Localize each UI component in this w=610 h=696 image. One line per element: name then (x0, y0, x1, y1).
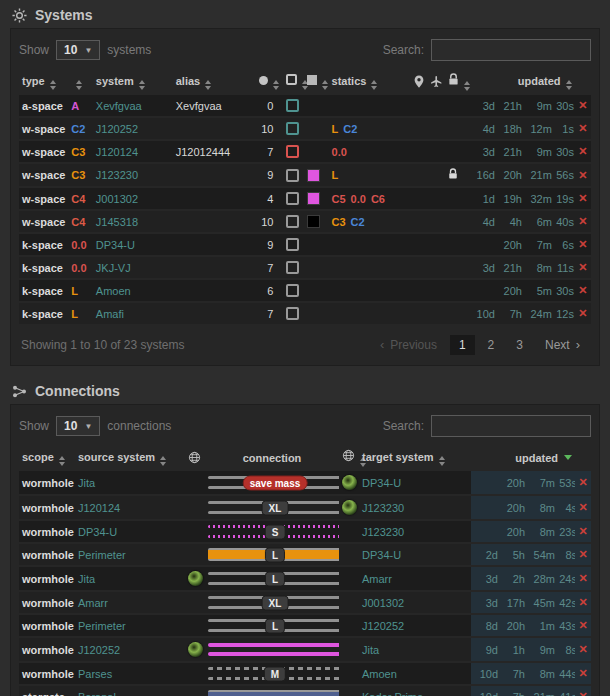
col-security[interactable] (68, 69, 93, 95)
col-system[interactable]: system (93, 69, 173, 95)
delete-button[interactable]: ✕ (575, 591, 591, 614)
source-system-cell: DP34-U (75, 520, 185, 543)
system-link[interactable]: Jita (78, 477, 95, 489)
delete-button[interactable]: ✕ (575, 233, 592, 256)
col-alias[interactable]: alias (173, 69, 255, 95)
delete-button[interactable]: ✕ (575, 279, 592, 302)
search-input[interactable] (431, 39, 591, 61)
system-link[interactable]: Amoen (96, 285, 131, 297)
connections-section: Connections Show 10 ▼ connections Search… (0, 376, 610, 696)
connection-bar[interactable] (208, 643, 339, 656)
system-link[interactable]: J123230 (362, 502, 404, 514)
col-type[interactable]: type (19, 69, 68, 95)
system-link[interactable]: J001302 (362, 597, 404, 609)
delete-button[interactable]: ✕ (575, 495, 591, 520)
system-link[interactable]: Jita (78, 573, 95, 585)
system-link[interactable]: J120252 (96, 123, 138, 135)
connection-bar[interactable]: save mass (208, 476, 339, 489)
col-statics[interactable]: statics (329, 69, 411, 95)
system-link[interactable]: J120252 (362, 620, 404, 632)
delete-button[interactable]: ✕ (575, 140, 592, 163)
updated-cell: 20h8m4s (471, 495, 575, 520)
location-cell (411, 256, 427, 279)
col-target-system[interactable]: target system (359, 445, 471, 471)
delete-button[interactable]: ✕ (575, 117, 592, 140)
system-link[interactable]: DP34-U (78, 526, 117, 538)
connection-bar[interactable]: L (208, 619, 339, 632)
system-link[interactable]: Amoen (362, 668, 397, 680)
system-link[interactable]: Amarr (362, 573, 392, 585)
system-link[interactable]: Amarr (78, 597, 108, 609)
col-status-outline[interactable] (283, 69, 304, 95)
page-button[interactable]: 3 (507, 335, 532, 355)
col-lock[interactable] (445, 69, 468, 95)
system-link[interactable]: J123230 (96, 169, 138, 181)
system-name-cell: JKJ-VJ (93, 256, 173, 279)
system-link[interactable]: J145318 (96, 216, 138, 228)
delete-button[interactable]: ✕ (575, 614, 591, 637)
system-link[interactable]: Parses (78, 668, 112, 680)
system-link[interactable]: J120252 (78, 644, 120, 656)
delete-button[interactable]: ✕ (575, 210, 592, 233)
delete-button[interactable]: ✕ (575, 256, 592, 279)
page-button[interactable]: 1 (450, 335, 475, 355)
system-link[interactable]: J120124 (78, 502, 120, 514)
col-source-system[interactable]: source system (75, 445, 185, 471)
lock-cell (445, 140, 468, 163)
system-link[interactable]: J001302 (96, 193, 138, 205)
system-link[interactable]: Perimeter (78, 549, 126, 561)
system-link[interactable]: DP34-U (362, 477, 401, 489)
system-link[interactable]: Boranal (78, 691, 116, 696)
system-link[interactable]: DP34-U (362, 549, 401, 561)
col-scope[interactable]: scope (19, 445, 75, 471)
col-target-globe[interactable] (339, 445, 359, 471)
search-input[interactable] (431, 415, 591, 437)
statics-cell: C50.0C6 (329, 187, 411, 210)
system-link[interactable]: JKJ-VJ (96, 262, 131, 274)
delete-button[interactable]: ✕ (575, 302, 592, 325)
connection-bar[interactable] (208, 690, 339, 696)
col-updated[interactable]: updated (471, 445, 575, 471)
lock-cell (445, 256, 468, 279)
col-pilots[interactable] (255, 69, 284, 95)
connection-bar[interactable]: L (208, 572, 339, 585)
system-link[interactable]: J123230 (362, 526, 404, 538)
delete-button[interactable]: ✕ (575, 566, 591, 591)
sort-icon (139, 80, 145, 90)
delete-button[interactable]: ✕ (575, 187, 592, 210)
delete-button[interactable]: ✕ (575, 662, 591, 685)
system-link[interactable]: J120124 (96, 146, 138, 158)
col-source-globe[interactable] (185, 445, 205, 471)
status-outline-cell (283, 140, 304, 163)
system-link[interactable]: Jita (362, 644, 379, 656)
system-link[interactable]: DP34-U (96, 239, 135, 251)
previous-button[interactable]: ‹Previous (371, 335, 446, 355)
source-system-cell: Boranal (75, 685, 185, 696)
col-status-filled[interactable] (304, 69, 329, 95)
connection-bar[interactable]: S (208, 525, 339, 538)
connection-bar[interactable]: L (208, 548, 339, 561)
security-label: C4 (71, 193, 85, 205)
system-link[interactable]: Perimeter (78, 620, 126, 632)
system-link[interactable]: Kador Prime (362, 691, 423, 696)
col-plane[interactable] (427, 69, 445, 95)
page-button[interactable]: 2 (479, 335, 504, 355)
page-length-select[interactable]: 10 ▼ (56, 416, 100, 436)
connection-bar[interactable]: M (208, 667, 339, 680)
delete-button[interactable]: ✕ (575, 95, 592, 117)
delete-button[interactable]: ✕ (575, 543, 591, 566)
connection-bar[interactable]: XL (208, 596, 339, 609)
col-updated[interactable]: updated (468, 69, 575, 95)
next-button[interactable]: Next› (536, 335, 589, 355)
col-location[interactable] (411, 69, 427, 95)
updated-part: 8m (525, 668, 555, 680)
page-length-select[interactable]: 10 ▼ (56, 40, 100, 60)
delete-button[interactable]: ✕ (575, 163, 592, 187)
delete-button[interactable]: ✕ (575, 471, 591, 495)
connection-bar[interactable]: XL (208, 501, 339, 514)
delete-button[interactable]: ✕ (575, 520, 591, 543)
system-link[interactable]: Xevfgvaa (96, 100, 142, 112)
delete-button[interactable]: ✕ (575, 637, 591, 662)
system-link[interactable]: Amafi (96, 308, 124, 320)
delete-button[interactable]: ✕ (575, 685, 591, 696)
